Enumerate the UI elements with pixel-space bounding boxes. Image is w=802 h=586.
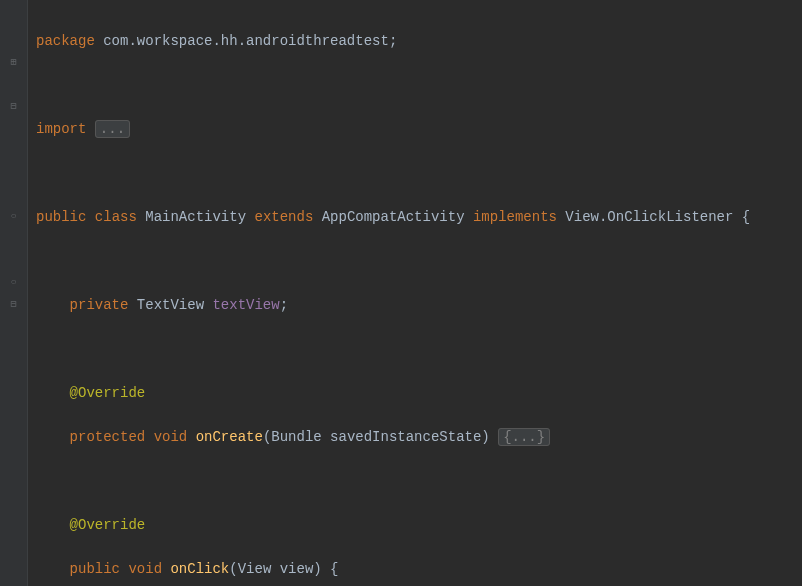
- code-editor[interactable]: package com.workspace.hh.androidthreadte…: [28, 0, 750, 586]
- code-line: public class MainActivity extends AppCom…: [36, 206, 750, 228]
- keyword-import: import: [36, 121, 86, 137]
- gutter-blank: [0, 162, 27, 184]
- code-line: [36, 74, 750, 96]
- method-onclick: onClick: [170, 561, 229, 577]
- semicolon: ;: [389, 33, 397, 49]
- fold-plus-icon[interactable]: ⊞: [0, 52, 27, 74]
- class-name: MainActivity: [145, 209, 246, 225]
- gutter-blank: [0, 30, 27, 52]
- brace-open: {: [742, 209, 750, 225]
- keyword-public: public: [36, 209, 86, 225]
- code-line: protected void onCreate(Bundle savedInst…: [36, 426, 750, 448]
- paren-open: (: [229, 561, 237, 577]
- param-name: savedInstanceState: [330, 429, 481, 445]
- keyword-public: public: [70, 561, 120, 577]
- fold-region[interactable]: ...: [95, 120, 130, 138]
- annotation-override: @Override: [70, 517, 146, 533]
- interface-name: View.OnClickListener: [565, 209, 733, 225]
- override-marker-icon[interactable]: ○: [0, 272, 27, 294]
- code-line: [36, 470, 750, 492]
- type-view: View: [238, 561, 272, 577]
- keyword-void: void: [154, 429, 188, 445]
- keyword-void: void: [128, 561, 162, 577]
- gutter-blank: [0, 74, 27, 96]
- gutter-blank: [0, 8, 27, 30]
- keyword-protected: protected: [70, 429, 146, 445]
- package-name: com.workspace.hh.androidthreadtest: [103, 33, 389, 49]
- gutter-blank: [0, 118, 27, 140]
- code-line: import ...: [36, 118, 750, 140]
- type-textview: TextView: [137, 297, 204, 313]
- code-line: public void onClick(View view) {: [36, 558, 750, 580]
- keyword-class: class: [95, 209, 137, 225]
- type-bundle: Bundle: [271, 429, 321, 445]
- super-class: AppCompatActivity: [322, 209, 465, 225]
- code-line: [36, 162, 750, 184]
- override-marker-icon[interactable]: ○: [0, 206, 27, 228]
- gutter-blank: [0, 140, 27, 162]
- editor-gutter: ⊞ ⊟ ○ ○ ⊟: [0, 0, 28, 586]
- paren-close: ): [313, 561, 321, 577]
- fold-minus-icon[interactable]: ⊟: [0, 96, 27, 118]
- code-line: package com.workspace.hh.androidthreadte…: [36, 30, 750, 52]
- keyword-private: private: [70, 297, 129, 313]
- annotation-override: @Override: [70, 385, 146, 401]
- fold-region[interactable]: {...}: [498, 428, 550, 446]
- code-line: private TextView textView;: [36, 294, 750, 316]
- gutter-blank: [0, 250, 27, 272]
- keyword-package: package: [36, 33, 95, 49]
- code-line: @Override: [36, 514, 750, 536]
- method-oncreate: onCreate: [196, 429, 263, 445]
- code-line: @Override: [36, 382, 750, 404]
- paren-close: ): [481, 429, 489, 445]
- code-line: [36, 250, 750, 272]
- code-line: [36, 338, 750, 360]
- gutter-blank: [0, 184, 27, 206]
- keyword-extends: extends: [254, 209, 313, 225]
- param-name: view: [280, 561, 314, 577]
- brace-open: {: [330, 561, 338, 577]
- field-name: textView: [212, 297, 279, 313]
- gutter-blank: [0, 228, 27, 250]
- fold-minus-icon[interactable]: ⊟: [0, 294, 27, 316]
- keyword-implements: implements: [473, 209, 557, 225]
- semicolon: ;: [280, 297, 288, 313]
